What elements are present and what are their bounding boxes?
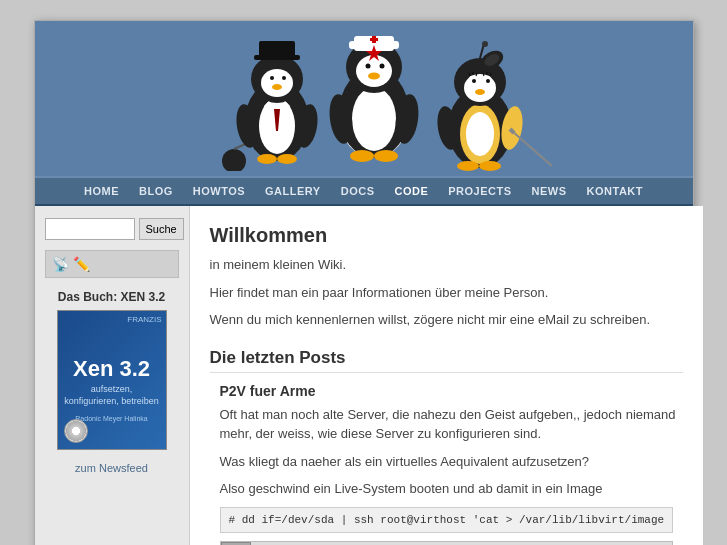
welcome-heading: Willkommen [210, 224, 684, 247]
nav-news[interactable]: NEWS [522, 185, 577, 197]
svg-point-5 [261, 69, 293, 97]
nav-docs[interactable]: DOCS [331, 185, 385, 197]
penguins-svg [174, 26, 554, 171]
svg-point-43 [464, 74, 496, 102]
svg-point-17 [277, 154, 297, 164]
search-form: Suche [45, 218, 179, 240]
svg-point-27 [365, 64, 370, 69]
nav-code[interactable]: CODE [384, 185, 438, 197]
search-button[interactable]: Suche [139, 218, 184, 240]
welcome-p3: Wenn du mich kennenlernen willst, zögere… [210, 310, 684, 330]
edit-icon: ✏️ [73, 256, 90, 272]
nav-howtos[interactable]: HOWTOS [183, 185, 255, 197]
sidebar: Suche 📡 ✏️ Das Buch: XEN 3.2 FRANZIS Xen… [35, 206, 190, 545]
nav-kontakt[interactable]: KONTAKT [577, 185, 653, 197]
site-header [35, 21, 693, 176]
book-title: Xen 3.2 [73, 356, 150, 382]
svg-rect-33 [372, 36, 376, 43]
search-input[interactable] [45, 218, 135, 240]
svg-point-29 [368, 73, 380, 80]
book-subtitle: aufsetzen, konfigurieren, betreiben [64, 384, 160, 407]
svg-line-64 [510, 129, 514, 133]
svg-point-59 [457, 161, 479, 171]
book-publisher: FRANZIS [57, 315, 162, 324]
code-scroll-thumb[interactable] [221, 542, 251, 546]
svg-point-36 [374, 150, 398, 162]
rss-icon: 📡 [52, 256, 69, 272]
svg-point-60 [479, 161, 501, 171]
svg-point-28 [379, 64, 384, 69]
welcome-p1: in meinem kleinen Wiki. [210, 255, 684, 275]
svg-rect-15 [259, 41, 295, 59]
posts-heading: Die letzten Posts [210, 348, 684, 373]
welcome-p2: Hier findet man ein paar Informationen ü… [210, 283, 684, 303]
svg-point-46 [472, 79, 476, 83]
svg-point-24 [356, 55, 392, 87]
svg-point-35 [350, 150, 374, 162]
post-title: P2V fuer Arme [220, 383, 684, 399]
code-block: # dd if=/dev/sda | ssh root@virthost 'ca… [220, 507, 674, 533]
svg-point-58 [482, 41, 488, 47]
nav-blog[interactable]: BLOG [129, 185, 183, 197]
newsfeed-anchor[interactable]: zum Newsfeed [75, 462, 148, 474]
newsfeed-link[interactable]: zum Newsfeed [45, 460, 179, 475]
svg-point-22 [352, 87, 396, 151]
book-heading: Das Buch: XEN 3.2 [45, 290, 179, 304]
svg-point-10 [272, 84, 282, 90]
book-authors: Radonic Meyer Halinka [75, 414, 147, 424]
svg-point-41 [466, 112, 494, 156]
svg-point-54 [475, 89, 485, 95]
icon-bar: 📡 ✏️ [45, 250, 179, 278]
svg-point-0 [222, 149, 246, 171]
svg-point-47 [486, 79, 490, 83]
book-cover[interactable]: FRANZIS Xen 3.2 aufsetzen, konfigurieren… [57, 310, 167, 450]
svg-line-63 [512, 131, 552, 166]
post-p2: Was kliegt da naeher als ein virtuelles … [220, 452, 684, 472]
nav-home[interactable]: HOME [74, 185, 129, 197]
code-scrollbar[interactable] [220, 541, 674, 546]
main-content: Willkommen in meinem kleinen Wiki. Hier … [190, 206, 704, 545]
header-penguins [174, 26, 554, 171]
post-p3: Also geschwind ein Live-System booten un… [220, 479, 684, 499]
nav-projects[interactable]: PROJECTS [438, 185, 521, 197]
svg-point-9 [282, 76, 286, 80]
nav-gallery[interactable]: GALLERY [255, 185, 331, 197]
code-text: # dd if=/dev/sda | ssh root@virthost 'ca… [229, 514, 665, 526]
post-p1: Oft hat man noch alte Server, die nahezu… [220, 405, 684, 444]
main-navigation: HOME BLOG HOWTOS GALLERY DOCS CODE PROJE… [35, 176, 693, 206]
svg-point-8 [270, 76, 274, 80]
cd-icon [64, 419, 88, 443]
svg-point-16 [257, 154, 277, 164]
